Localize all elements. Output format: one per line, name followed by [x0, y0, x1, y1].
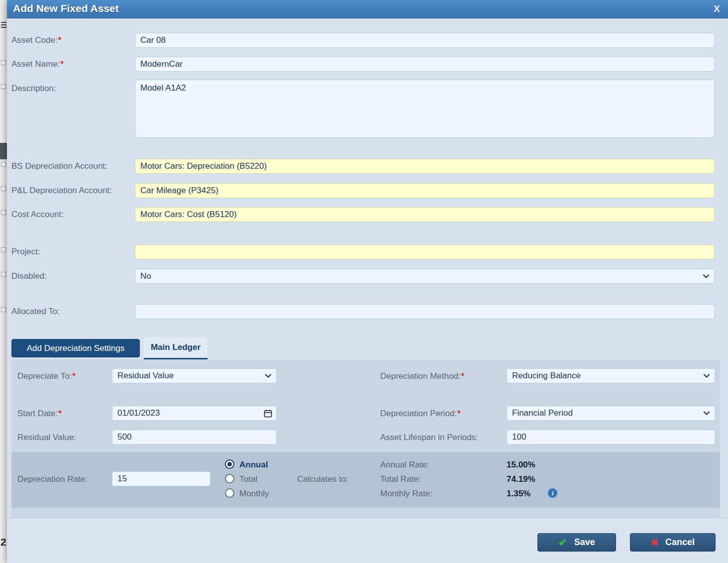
total-rate-value: 74.19% [507, 474, 535, 484]
allocated-to-input[interactable] [135, 304, 715, 319]
info-icon[interactable] [548, 488, 557, 498]
chevron-down-icon [703, 409, 711, 417]
left-edge-fragment [1, 60, 6, 65]
cancel-button-label: Cancel [665, 537, 695, 548]
annual-rate-value: 15.00% [507, 460, 535, 470]
left-edge-fragment [0, 143, 7, 159]
monthly-rate-value: 1.35% [507, 489, 530, 499]
hamburger-icon [1, 22, 6, 23]
start-date-value: 01/01/2023 [117, 408, 160, 418]
tab-main-ledger[interactable]: Main Ledger [144, 337, 208, 359]
monthly-rate-label: Monthly Rate: [380, 489, 432, 499]
project-label: Project: [11, 247, 40, 257]
calendar-icon[interactable] [264, 409, 272, 418]
bs-depreciation-account-input[interactable] [135, 159, 715, 174]
depreciation-method-select[interactable]: Reducing Balance [507, 368, 715, 383]
depreciation-period-select[interactable]: Financial Period [507, 406, 715, 421]
total-rate-label: Total Rate: [380, 474, 420, 484]
left-edge-fragment [1, 84, 6, 89]
asset-lifespan-input[interactable] [507, 430, 715, 445]
depreciation-period-value: Financial Period [512, 408, 573, 418]
chevron-down-icon [703, 372, 711, 380]
left-edge-fragment [1, 247, 6, 252]
annual-radio[interactable] [225, 459, 234, 469]
depreciation-rate-input[interactable] [112, 471, 210, 486]
left-edge-fragment [1, 162, 6, 167]
chevron-down-icon [702, 272, 710, 280]
monthly-radio[interactable] [225, 488, 234, 498]
annual-radio-label: Annual [239, 460, 268, 470]
save-button-label: Save [574, 537, 595, 548]
disabled-select-value: No [140, 271, 151, 281]
close-icon[interactable]: X [714, 3, 720, 14]
cancel-button[interactable]: Cancel [630, 533, 716, 552]
depreciate-to-value: Residual Value [117, 371, 174, 381]
project-input[interactable] [135, 244, 715, 259]
dialog-footer [7, 518, 728, 563]
depreciate-to-select[interactable]: Residual Value [112, 368, 277, 383]
asset-name-input[interactable] [135, 57, 715, 72]
allocated-to-label: Allocated To: [11, 307, 60, 317]
asset-code-label: Asset Code:* [11, 35, 61, 45]
monthly-radio-label: Monthly [239, 489, 269, 499]
tab-add-depreciation-settings[interactable]: Add Depreciation Settings [11, 339, 140, 357]
calculates-to-label: Calculates to: [297, 474, 348, 484]
depreciation-period-label: Depreciation Period:* [380, 409, 461, 419]
check-icon [558, 537, 567, 549]
left-edge-fragment [1, 272, 6, 277]
asset-code-input[interactable] [135, 33, 715, 48]
total-radio-label: Total [239, 474, 257, 484]
depreciation-method-value: Reducing Balance [512, 371, 581, 381]
disabled-label: Disabled: [11, 271, 47, 281]
dialog-title: Add New Fixed Asset [13, 2, 119, 14]
residual-value-label: Residual Value: [17, 433, 76, 443]
disabled-select[interactable]: No [135, 269, 715, 284]
pl-depreciation-account-input[interactable] [135, 183, 715, 198]
screen: 2 Add New Fixed Asset X Asset Code:* Ass… [0, 0, 728, 563]
asset-lifespan-label: Asset Lifespan in Periods: [380, 433, 478, 443]
description-textarea[interactable]: Model A1A2 [135, 80, 715, 138]
start-date-input[interactable]: 01/01/2023 [112, 406, 277, 421]
pl-depreciation-account-label: P&L Depreciation Account: [11, 186, 112, 196]
background-page-number: 2 [0, 536, 6, 548]
chevron-down-icon [264, 372, 272, 380]
cost-account-input[interactable] [135, 207, 715, 222]
cross-icon [651, 537, 658, 548]
depreciation-method-label: Depreciation Method:* [380, 371, 464, 381]
description-label: Description: [11, 84, 56, 94]
asset-name-label: Asset Name:* [11, 59, 64, 69]
start-date-label: Start Date:* [17, 409, 62, 419]
save-button[interactable]: Save [537, 533, 616, 552]
left-edge-fragment [1, 210, 6, 215]
cost-account-label: Cost Account: [11, 210, 64, 220]
annual-rate-label: Annual Rate: [380, 460, 429, 470]
total-radio[interactable] [225, 474, 234, 483]
left-edge-fragment [1, 186, 6, 191]
depreciation-rate-label: Depreciation Rate: [17, 474, 88, 484]
left-edge-fragment [1, 307, 6, 312]
depreciate-to-label: Depreciate To:* [17, 371, 76, 381]
background-page-sliver: 2 [0, 0, 7, 563]
residual-value-input[interactable] [112, 430, 277, 445]
bs-depreciation-account-label: BS Depreciation Account: [11, 161, 107, 171]
